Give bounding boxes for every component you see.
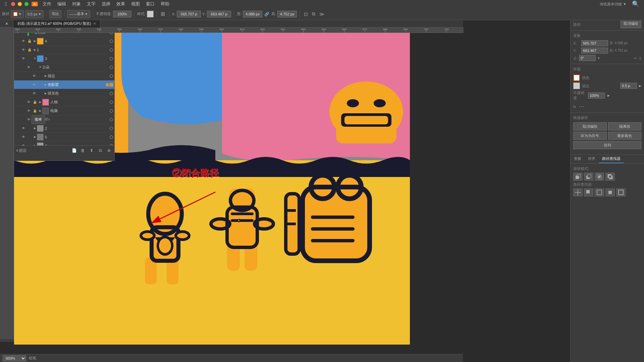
expand-icon[interactable]: ▶ <box>33 126 37 130</box>
tool-select-btn[interactable]: 取消编组 <box>621 21 641 28</box>
stroke-color-btn[interactable]: ▼ <box>11 10 24 18</box>
recolor-btn[interactable]: 重新着色 <box>608 132 642 140</box>
tab-align[interactable]: 对齐 <box>585 155 599 163</box>
visibility-icon[interactable]: 👁 <box>21 47 26 53</box>
stroke-width-input[interactable] <box>620 83 637 89</box>
link-icon[interactable]: 🔗 <box>264 12 270 16</box>
close-button[interactable] <box>11 2 15 6</box>
visibility-icon[interactable]: 👁 <box>21 134 26 140</box>
lock-icon[interactable]: 🔒 <box>27 39 32 44</box>
menu-view[interactable]: 视图 <box>128 0 143 8</box>
lock-icon[interactable] <box>27 126 32 131</box>
more-options-icon[interactable]: ⋯ <box>579 103 584 110</box>
flip-h-icon[interactable]: ↔ <box>633 55 638 61</box>
visibility-icon[interactable]: 👁 <box>21 143 26 146</box>
save-symbol-btn[interactable]: 存为为符号 <box>573 132 607 140</box>
stroke-style-btn[interactable]: —— 基本 ▼ <box>67 10 90 18</box>
duplicate-layer-btn[interactable]: ⧉ <box>97 147 104 154</box>
layer-target-dot[interactable] <box>110 118 113 121</box>
new-layer-btn[interactable]: 📄 <box>71 147 77 154</box>
stroke-swatch[interactable] <box>573 82 580 89</box>
tab-pathfinder[interactable]: 路径查找器 <box>599 155 624 163</box>
menu-select[interactable]: 选择 <box>99 0 113 8</box>
lock-icon[interactable] <box>27 134 32 140</box>
merge-layers-btn[interactable]: ⊕ <box>106 147 112 154</box>
layer-row[interactable]: 👁 🔒 ▶ 电脑 <box>14 107 114 115</box>
expand-icon[interactable]: ▶ <box>33 135 37 139</box>
y-input[interactable] <box>207 11 231 17</box>
expand-icon[interactable]: ▶ <box>33 48 37 52</box>
fill-swatch[interactable] <box>573 74 580 81</box>
lock-icon[interactable] <box>32 65 38 70</box>
menu-object[interactable]: 对象 <box>69 0 84 8</box>
fullscreen-button[interactable] <box>24 2 29 6</box>
expand-icon[interactable]: ▶ <box>44 83 48 87</box>
layer-target-dot[interactable] <box>110 92 113 95</box>
visibility-icon[interactable]: 👁 <box>32 91 37 96</box>
isolate-btn[interactable]: 隔离组 <box>608 122 642 130</box>
visibility-icon[interactable]: 👁 <box>32 82 37 87</box>
expand-icon[interactable]: ▶ <box>33 144 37 146</box>
trim-btn[interactable] <box>584 188 593 196</box>
stroke-width-btn[interactable]: 0.5 px▼ <box>25 10 44 18</box>
y-value-input[interactable] <box>581 48 608 54</box>
delete-layer-btn[interactable]: 🗑 <box>79 147 86 154</box>
menu-effects[interactable]: 效果 <box>114 0 128 8</box>
x-value-input[interactable] <box>581 40 608 46</box>
layer-target-dot[interactable] <box>110 127 113 130</box>
layer-color-indicator[interactable] <box>110 83 113 86</box>
layer-target-dot[interactable] <box>110 135 113 139</box>
lock-icon[interactable] <box>38 91 43 96</box>
expand-icon[interactable]: ▼ <box>33 57 37 61</box>
more-icon[interactable]: ≫ <box>318 11 326 17</box>
layer-row[interactable]: 👁 ▼ 3 <box>14 54 114 63</box>
visibility-icon[interactable]: 👁 <box>26 108 32 114</box>
lock-icon[interactable]: 🔒 <box>32 108 38 114</box>
menu-text[interactable]: 文字 <box>84 0 98 8</box>
layer-target-dot[interactable] <box>110 40 113 43</box>
transform-icon[interactable]: ⊡ <box>303 11 309 17</box>
arrange-icon[interactable]: ⧉ <box>311 11 317 17</box>
document-tab[interactable]: 封面-演示源文件2.ai* 600% (RGB/GPU 预览) ✕ <box>13 20 100 27</box>
layer-target-dot[interactable] <box>110 144 113 146</box>
apple-menu[interactable]:  <box>3 0 9 8</box>
visibility-icon[interactable]: 👁 <box>21 126 26 131</box>
x-input[interactable] <box>177 11 201 17</box>
align-icon[interactable]: ⊞ <box>159 11 166 17</box>
expand-icon[interactable]: ▶ <box>38 100 42 104</box>
layer-row[interactable]: 👁 ▼ 云朵 <box>14 63 114 72</box>
proportional-btn[interactable]: 等比 <box>49 10 61 18</box>
visibility-icon[interactable]: 👁 <box>26 65 32 70</box>
angle-input[interactable] <box>579 55 596 61</box>
layer-row[interactable]: 👁 ▶ 5 <box>14 133 114 141</box>
tab-close-btn[interactable]: ✕ <box>0 21 13 26</box>
layer-target-dot[interactable] <box>106 83 109 86</box>
move-layer-btn[interactable]: ⬆ <box>88 147 95 154</box>
divide-btn[interactable] <box>573 188 583 196</box>
style-color[interactable] <box>147 11 154 17</box>
layer-row[interactable]: 👁 🔒 ▶ 人物 <box>14 98 114 107</box>
zoom-select[interactable]: 600% 400% 300% 200% 100% <box>3 355 26 361</box>
layer-target-dot[interactable] <box>110 48 113 52</box>
layer-row[interactable]: 👁 <路径> <box>14 115 114 124</box>
search-icon[interactable]: 🔍 <box>630 0 641 8</box>
outline-btn[interactable] <box>616 188 626 196</box>
lock-icon[interactable] <box>27 143 32 146</box>
lock-icon[interactable] <box>27 56 32 61</box>
layer-row[interactable]: 👁 🔒 ▶ 1 <box>14 46 114 54</box>
layer-row-active[interactable]: 👁 ▶ 光影层 <box>14 80 114 89</box>
arrange-btn[interactable]: 排列 <box>573 141 641 149</box>
menu-window[interactable]: 窗口 <box>143 0 157 8</box>
opacity-input[interactable] <box>113 11 131 17</box>
ungroup-btn[interactable]: 取消编组 <box>573 122 607 130</box>
minimize-button[interactable] <box>18 2 22 6</box>
expand-icon[interactable]: ▶ <box>44 92 48 96</box>
merge-btn[interactable] <box>595 188 604 196</box>
menu-edit[interactable]: 编辑 <box>55 0 69 8</box>
layer-target-dot[interactable] <box>110 74 113 78</box>
layer-target-dot[interactable] <box>110 101 113 104</box>
exclude-btn[interactable] <box>605 173 615 181</box>
layer-target-dot[interactable] <box>110 57 113 60</box>
tab-close-icon[interactable]: ✕ <box>93 22 96 25</box>
flip-v-icon[interactable]: ↕ <box>639 55 641 61</box>
